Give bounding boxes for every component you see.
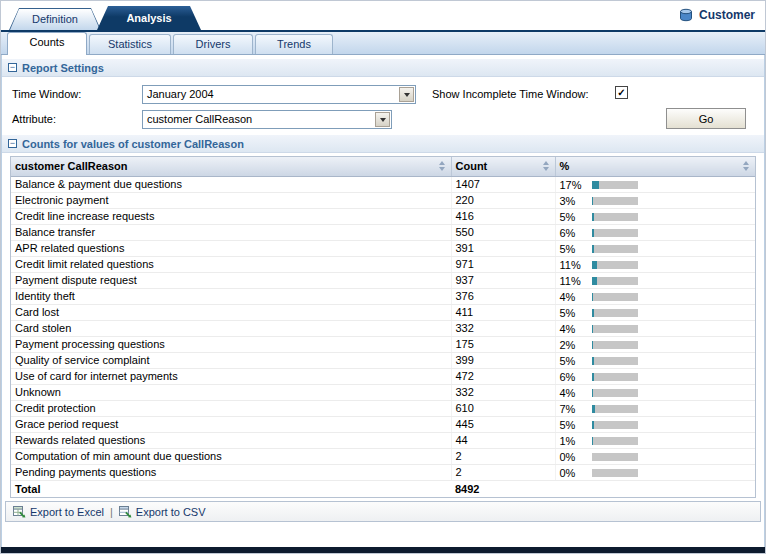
reason-cell: Quality of service complaint [11, 352, 451, 368]
pct-bar-fill [592, 197, 593, 205]
dropdown-arrow-icon[interactable] [399, 87, 414, 102]
count-cell: 175 [451, 336, 555, 352]
pct-value: 17% [560, 179, 592, 191]
pct-value: 4% [560, 291, 592, 303]
counts-table-body: Balance & payment due questions140717%El… [11, 176, 755, 480]
pct-bar [592, 277, 638, 285]
pct-cell: 5% [555, 240, 755, 256]
show-incomplete-label: Show Incomplete Time Window: [432, 88, 589, 100]
table-row: Payment dispute request93711% [11, 272, 755, 288]
report-settings-title: Report Settings [22, 62, 104, 74]
database-icon [679, 8, 693, 22]
table-row: Balance transfer5506% [11, 224, 755, 240]
app-window: Definition Analysis Customer Counts Stat… [0, 0, 766, 554]
dropdown-arrow-icon[interactable] [375, 112, 390, 127]
sort-icon[interactable] [743, 161, 751, 171]
pct-bar-fill [592, 341, 593, 349]
tab-drivers[interactable]: Drivers [173, 34, 253, 54]
tab-counts[interactable]: Counts [7, 32, 87, 55]
table-row: Unknown3324% [11, 384, 755, 400]
reason-cell: Computation of min amount due questions [11, 448, 451, 464]
column-header-count[interactable]: Count [451, 157, 555, 176]
pct-value: 0% [560, 467, 592, 479]
reason-cell: Payment dispute request [11, 272, 451, 288]
count-cell: 332 [451, 384, 555, 400]
column-header-reason-label: customer CallReason [15, 160, 127, 172]
collapse-glyph: − [10, 64, 15, 71]
pct-cell: 4% [555, 320, 755, 336]
reason-cell: Card lost [11, 304, 451, 320]
pct-value: 4% [560, 387, 592, 399]
column-header-pct[interactable]: % [555, 157, 755, 176]
pct-cell: 6% [555, 368, 755, 384]
brand: Customer [679, 8, 755, 22]
pct-bar-fill [592, 245, 594, 253]
collapse-icon[interactable]: − [8, 139, 17, 148]
time-window-label: Time Window: [12, 88, 81, 100]
count-cell: 472 [451, 368, 555, 384]
table-row: Quality of service complaint3995% [11, 352, 755, 368]
total-label: Total [11, 480, 451, 497]
counts-table: customer CallReason Count [10, 156, 756, 498]
attribute-value: customer CallReason [143, 111, 391, 128]
pct-bar-fill [592, 389, 594, 397]
tab-analysis[interactable]: Analysis [97, 6, 201, 30]
sort-icon[interactable] [439, 161, 447, 171]
export-csv-link[interactable]: Export to CSV [119, 506, 206, 518]
reason-cell: Rewards related questions [11, 432, 451, 448]
collapse-icon[interactable]: − [8, 63, 17, 72]
pct-value: 11% [560, 259, 592, 271]
pct-bar-fill [592, 309, 594, 317]
count-cell: 1407 [451, 176, 555, 192]
tab-definition[interactable]: Definition [9, 8, 101, 30]
pct-bar [592, 421, 638, 429]
reason-cell: Identity theft [11, 288, 451, 304]
table-header-row: customer CallReason Count [11, 157, 755, 176]
pct-bar [592, 437, 638, 445]
tab-statistics-label: Statistics [108, 38, 152, 50]
pct-cell: 5% [555, 208, 755, 224]
total-pct-cell [555, 480, 755, 497]
export-bar: Export to Excel | Export to CSV [5, 501, 761, 522]
go-button[interactable]: Go [666, 108, 746, 129]
incomplete-checkbox[interactable]: ✓ [615, 86, 628, 99]
count-cell: 2 [451, 448, 555, 464]
pct-value: 5% [560, 307, 592, 319]
column-header-count-label: Count [456, 160, 488, 172]
attribute-select[interactable]: customer CallReason [142, 110, 392, 129]
pct-bar [592, 309, 638, 317]
reason-cell: Balance & payment due questions [11, 176, 451, 192]
count-cell: 399 [451, 352, 555, 368]
time-window-value: January 2004 [143, 86, 415, 103]
pct-bar [592, 245, 638, 253]
table-row: Electronic payment2203% [11, 192, 755, 208]
pct-bar [592, 405, 638, 413]
reason-cell: Credit limit related questions [11, 256, 451, 272]
export-excel-link[interactable]: Export to Excel [13, 506, 104, 518]
tab-trends[interactable]: Trends [255, 34, 333, 54]
pct-cell: 4% [555, 384, 755, 400]
sort-icon[interactable] [543, 161, 551, 171]
reason-cell: Electronic payment [11, 192, 451, 208]
table-row: Pending payments questions20% [11, 464, 755, 480]
table-row: Card stolen3324% [11, 320, 755, 336]
brand-label: Customer [699, 8, 755, 22]
pct-value: 2% [560, 339, 592, 351]
pct-value: 6% [560, 371, 592, 383]
time-window-select[interactable]: January 2004 [142, 85, 416, 104]
pct-value: 6% [560, 227, 592, 239]
reason-cell: Pending payments questions [11, 464, 451, 480]
pct-bar [592, 261, 638, 269]
pct-bar [592, 293, 638, 301]
excel-export-icon [13, 506, 26, 518]
reason-cell: Credit protection [11, 400, 451, 416]
table-row: Card lost4115% [11, 304, 755, 320]
pct-bar [592, 373, 638, 381]
tab-trends-label: Trends [277, 38, 311, 50]
pct-bar-fill [592, 181, 600, 189]
column-header-reason[interactable]: customer CallReason [11, 157, 451, 176]
tab-statistics[interactable]: Statistics [89, 34, 171, 54]
column-header-pct-label: % [560, 160, 570, 172]
count-cell: 971 [451, 256, 555, 272]
pct-bar-fill [592, 293, 594, 301]
